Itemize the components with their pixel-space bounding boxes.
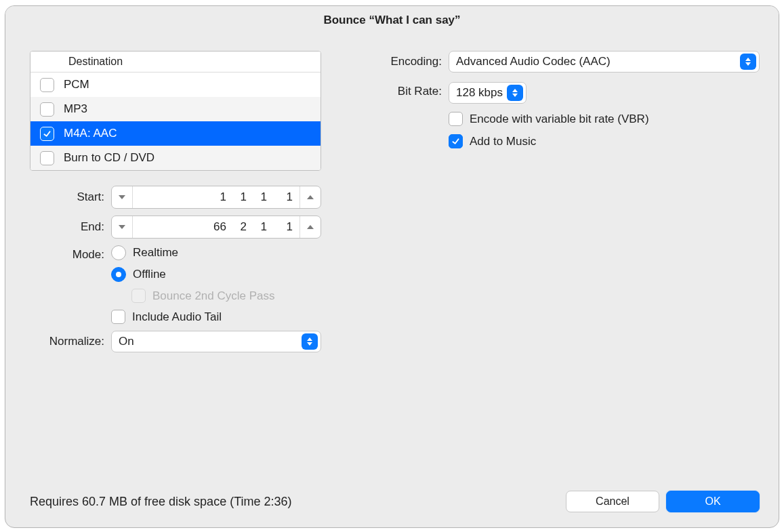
- mode-offline-label: Offline: [133, 268, 166, 281]
- mode-label: Mode:: [30, 245, 111, 262]
- destination-label: MP3: [64, 102, 87, 116]
- start-label: Start:: [30, 190, 111, 204]
- bounce-second-pass-label: Bounce 2nd Cycle Pass: [152, 289, 275, 303]
- popup-arrows-icon: [740, 54, 756, 70]
- mode-realtime-radio[interactable]: [111, 245, 126, 260]
- checkmark-icon: [43, 129, 51, 138]
- vbr-label: Encode with variable bit rate (VBR): [470, 112, 649, 126]
- chevron-down-icon: [119, 225, 125, 229]
- include-audio-tail-label: Include Audio Tail: [132, 310, 222, 324]
- bitrate-value: 128 kbps: [456, 86, 503, 100]
- destination-checkbox[interactable]: [40, 78, 54, 92]
- destination-label: M4A: AAC: [64, 127, 117, 140]
- destination-label: PCM: [64, 78, 89, 91]
- destination-row[interactable]: Burn to CD / DVD: [30, 146, 321, 170]
- bounce-dialog: Bounce “What I can say” Destination PCMM…: [5, 5, 779, 528]
- dialog-title: Bounce “What I can say”: [5, 6, 779, 35]
- ok-button[interactable]: OK: [666, 491, 760, 512]
- bitrate-popup[interactable]: 128 kbps: [449, 82, 527, 104]
- popup-arrows-icon: [507, 85, 523, 101]
- destination-row[interactable]: MP3: [30, 97, 321, 121]
- start-value[interactable]: 1 1 1 1: [133, 190, 300, 204]
- include-audio-tail-checkbox[interactable]: [111, 310, 125, 324]
- popup-arrows-icon: [302, 333, 318, 350]
- normalize-value: On: [119, 335, 297, 348]
- start-position-stepper[interactable]: 1 1 1 1: [111, 186, 321, 209]
- destination-checkbox[interactable]: [40, 127, 54, 141]
- chevron-up-icon: [307, 225, 314, 229]
- cancel-button[interactable]: Cancel: [566, 491, 659, 512]
- normalize-label: Normalize:: [30, 335, 111, 348]
- mode-offline-radio[interactable]: [111, 267, 126, 282]
- normalize-popup[interactable]: On: [111, 331, 321, 352]
- add-to-music-label: Add to Music: [470, 135, 536, 148]
- destination-header: Destination: [30, 52, 321, 73]
- bitrate-label: Bit Rate:: [354, 82, 449, 98]
- encoding-popup[interactable]: Advanced Audio Codec (AAC): [449, 51, 760, 73]
- vbr-checkbox[interactable]: [449, 112, 463, 126]
- disk-space-status: Requires 60.7 MB of free disk space (Tim…: [30, 495, 559, 509]
- mode-realtime-label: Realtime: [133, 246, 178, 260]
- add-to-music-checkbox[interactable]: [449, 134, 463, 148]
- destination-listbox[interactable]: Destination PCMMP3M4A: AACBurn to CD / D…: [30, 51, 321, 171]
- destination-label: Burn to CD / DVD: [64, 151, 154, 165]
- encoding-label: Encoding:: [354, 55, 449, 68]
- end-value[interactable]: 66 2 1 1: [133, 220, 300, 234]
- destination-checkbox[interactable]: [40, 151, 54, 165]
- destination-row[interactable]: PCM: [30, 73, 321, 97]
- checkmark-icon: [451, 137, 460, 146]
- end-position-stepper[interactable]: 66 2 1 1: [111, 216, 321, 239]
- encoding-value: Advanced Audio Codec (AAC): [456, 55, 736, 68]
- end-decrement-button[interactable]: [112, 216, 132, 238]
- bounce-second-pass-checkbox: [131, 289, 146, 303]
- destination-row[interactable]: M4A: AAC: [30, 121, 321, 146]
- end-increment-button[interactable]: [300, 216, 321, 238]
- chevron-up-icon: [307, 195, 314, 199]
- end-label: End:: [30, 220, 111, 234]
- chevron-down-icon: [119, 195, 125, 199]
- start-decrement-button[interactable]: [112, 186, 132, 208]
- start-increment-button[interactable]: [300, 186, 321, 208]
- destination-checkbox[interactable]: [40, 102, 54, 117]
